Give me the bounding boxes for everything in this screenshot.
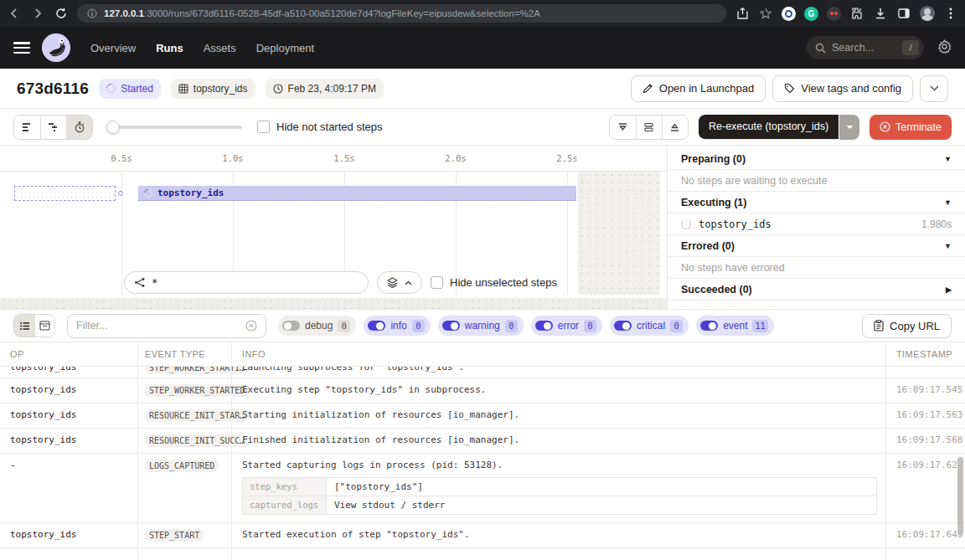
side-panel-icon[interactable]: [896, 6, 911, 21]
forward-icon[interactable]: [30, 6, 45, 21]
bookmark-star-icon[interactable]: [758, 6, 773, 21]
steps-section-title: Executing (1): [681, 197, 747, 208]
zoom-slider[interactable]: [108, 126, 242, 129]
log-info-text: Executing step "topstory_ids" in subproc…: [242, 384, 885, 395]
gantt-toolbar: Hide not started steps Re-execute (topst…: [0, 109, 965, 146]
checkbox-box[interactable]: [257, 121, 270, 133]
split-top-button[interactable]: [662, 116, 688, 139]
timed-view-button[interactable]: [66, 116, 92, 139]
step-selection-input[interactable]: *: [124, 271, 369, 294]
gantt-axis: 0.5s1.0s1.5s2.0s2.5s: [0, 146, 667, 172]
log-toolbar: debug0info0warning0error0critical0event1…: [0, 310, 965, 342]
extension-grammarly-icon[interactable]: G: [804, 7, 818, 21]
nav-item-deployment[interactable]: Deployment: [256, 42, 314, 54]
copy-url-button[interactable]: Copy URL: [862, 314, 952, 338]
back-icon[interactable]: [7, 6, 22, 21]
executing-step-row[interactable]: topstory_ids1.980s: [668, 213, 965, 235]
settings-gear-icon[interactable]: [937, 39, 952, 57]
log-level-toggle-warning[interactable]: warning0: [438, 316, 524, 336]
reexecute-dropdown-button[interactable]: [839, 115, 859, 140]
log-row[interactable]: topstory_idsSTEP_WORKER_STARTI…Launching…: [0, 367, 965, 378]
structured-view-button[interactable]: [34, 315, 54, 337]
nav-item-assets[interactable]: Assets: [204, 42, 236, 54]
gantt-axis-tick: 1.0s: [216, 153, 250, 163]
job-tag[interactable]: topstory_ids: [171, 79, 255, 99]
steps-section-header[interactable]: Errored (0)▼: [668, 235, 965, 257]
column-header-event-type: EVENT TYPE: [138, 342, 232, 366]
log-row[interactable]: -LOGS_CAPTUREDStarted capturing logs in …: [0, 454, 965, 523]
extensions-puzzle-icon[interactable]: [849, 6, 864, 21]
log-filter-box: [67, 314, 266, 338]
steps-section-header[interactable]: Succeeded (0)▶: [668, 279, 965, 301]
log-level-toggle-error[interactable]: error0: [531, 316, 602, 336]
flat-view-button[interactable]: [14, 116, 40, 139]
reexecute-button[interactable]: Re-execute (topstory_ids): [699, 115, 839, 140]
step-spinner-icon: [142, 187, 154, 198]
start-time-tag[interactable]: Feb 23, 4:09:17 PM: [266, 79, 384, 99]
graph-query-toggle-button[interactable]: [377, 271, 422, 294]
dagster-logo[interactable]: [42, 33, 70, 62]
log-level-toggle-debug[interactable]: debug0: [278, 316, 356, 336]
metadata-key: step_keys: [243, 478, 327, 496]
table-scrollbar-thumb[interactable]: [957, 457, 963, 536]
log-row[interactable]: topstory_idsRESOURCE_INIT_SUCC…Finished …: [0, 429, 965, 454]
terminate-button[interactable]: Terminate: [870, 115, 952, 140]
log-level-toggle-event[interactable]: event11: [696, 316, 773, 336]
log-row[interactable]: topstory_idsRESOURCE_INIT_STAR…Starting …: [0, 403, 965, 429]
reexecute-split-button: Re-execute (topstory_ids): [699, 115, 859, 140]
steps-section-header[interactable]: Preparing (0)▼: [668, 148, 965, 170]
open-in-launchpad-button[interactable]: Open in Launchpad: [631, 75, 766, 102]
caret-right-icon: ▶: [946, 285, 952, 294]
nav-menu-icon[interactable]: [13, 42, 30, 54]
log-timestamp-cell: [886, 367, 965, 378]
log-level-toggle-info[interactable]: info0: [364, 316, 430, 336]
clock-icon: [273, 84, 283, 94]
split-even-button[interactable]: [636, 116, 662, 139]
metadata-value: ["topstory_ids"]: [327, 478, 876, 496]
profile-avatar[interactable]: [920, 6, 935, 21]
gantt-axis-tick: 2.5s: [550, 153, 584, 163]
reload-icon[interactable]: [54, 6, 69, 21]
log-level-label: error: [558, 320, 579, 331]
search-icon: [815, 43, 826, 54]
gantt-horizontal-scrollbar[interactable]: [0, 298, 667, 309]
browser-menu-icon[interactable]: [943, 6, 958, 21]
clear-filter-icon[interactable]: [245, 320, 257, 331]
steps-section-title: Preparing (0): [681, 153, 746, 165]
nav-item-runs[interactable]: Runs: [156, 42, 183, 54]
waterfall-view-button[interactable]: [40, 116, 66, 139]
log-level-toggle-critical[interactable]: critical0: [610, 316, 689, 336]
share-icon[interactable]: [735, 6, 750, 21]
url-bar[interactable]: 127.0.0.1:3000/runs/673d6116-0528-45df-a…: [77, 4, 726, 23]
steps-section-header[interactable]: Executing (1)▼: [668, 192, 965, 213]
steps-section-title: Succeeded (0): [681, 284, 752, 295]
steps-status-panel: Preparing (0)▼No steps are waiting to ex…: [668, 146, 965, 309]
log-row[interactable]: topstory_idsSTEP_STARTStarted execution …: [0, 523, 965, 548]
log-event-type-cell: STEP_START: [138, 523, 232, 547]
hide-not-started-checkbox[interactable]: Hide not started steps: [257, 121, 382, 133]
header-more-chevron-button[interactable]: [920, 75, 948, 102]
nav-item-overview[interactable]: Overview: [90, 42, 136, 54]
log-filter-input[interactable]: [76, 320, 239, 331]
job-grid-icon: [178, 84, 188, 94]
log-row[interactable]: topstory_idsSTEP_WORKER_STARTEDExecuting…: [0, 378, 965, 403]
split-bottom-button[interactable]: [610, 116, 636, 139]
checkbox-box[interactable]: [431, 276, 443, 289]
captured-logs-link[interactable]: View stdout / stderr: [327, 496, 876, 514]
extension-redeye-icon[interactable]: [827, 7, 841, 21]
log-level-count: 11: [752, 320, 767, 332]
gantt-step-bar[interactable]: topstory_ids: [138, 186, 576, 201]
site-info-icon[interactable]: [87, 8, 97, 18]
run-status-badge[interactable]: Started: [99, 79, 161, 99]
global-search[interactable]: Search... /: [807, 36, 924, 59]
view-tags-config-button[interactable]: View tags and config: [772, 75, 913, 102]
hide-unselected-checkbox[interactable]: Hide unselected steps: [431, 276, 557, 289]
zoom-slider-handle[interactable]: [106, 121, 120, 134]
steps-empty-text: No steps are waiting to execute: [668, 170, 965, 192]
stream-view-button[interactable]: [14, 315, 34, 337]
extension-1password-icon[interactable]: [782, 7, 796, 21]
downloads-icon[interactable]: [873, 6, 888, 21]
log-event-type-cell: LOGS_CAPTURED: [138, 454, 232, 522]
log-table: OP EVENT TYPE INFO TIMESTAMP topstory_id…: [0, 342, 965, 560]
op-selector-icon: [134, 277, 146, 288]
